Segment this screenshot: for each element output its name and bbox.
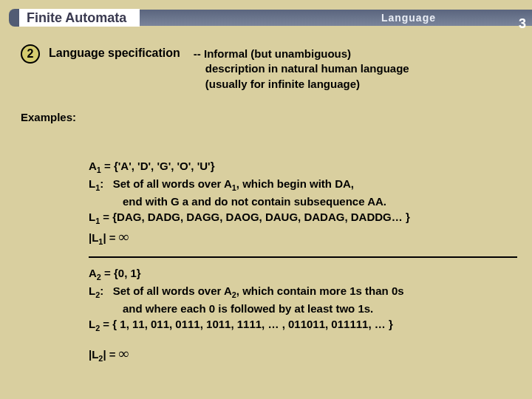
ex2-l2-def-a: L2: Set of all words over A2, which cont… — [89, 283, 517, 301]
ex2-alphabet: A2 = {0, 1} — [89, 265, 517, 283]
ex1-alphabet: A1 = {'A', 'D', 'G', 'O', 'U'} — [89, 158, 517, 176]
header-bar: Finite Automata Language 3 — [9, 9, 532, 27]
desc-line-1: -- Informal (but unambiguous) — [194, 47, 351, 60]
section-label-text: Language specification — [49, 44, 180, 60]
header-accent — [9, 9, 19, 27]
ex1-l1-def-b: end with G a and do not contain subseque… — [89, 194, 517, 209]
ex1-l1-card: |L1| = ∞ — [89, 227, 517, 248]
divider — [89, 256, 517, 258]
ex1-l1-set: L1 = {DAG, DADG, DAGG, DAOG, DAUG, DADAG… — [89, 209, 517, 227]
examples-heading: Examples: — [21, 111, 76, 123]
section-number-badge: 2 — [21, 44, 40, 64]
page-number: 3 — [519, 16, 526, 32]
slide-title: Finite Automata — [19, 9, 140, 27]
desc-line-3: (usually for infinite language) — [194, 78, 360, 90]
infinity-symbol: ∞ — [119, 346, 129, 361]
ex2-l2-set: L2 = { 1, 11, 011, 0111, 1011, 1111, … ,… — [89, 316, 517, 334]
ex2-l2-def-b: and where each 0 is followed by at least… — [89, 301, 517, 316]
ex2-l2-card: |L2| = ∞ — [89, 344, 517, 364]
ex1-l1-def-a: L1: Set of all words over A1, which begi… — [89, 176, 517, 194]
infinity-symbol: ∞ — [119, 229, 129, 245]
desc-line-2: description in natural human language — [194, 62, 409, 75]
content-area: 2 Language specification -- Informal (bu… — [21, 44, 517, 364]
header-strip: Language — [140, 10, 532, 26]
section-header-row: 2 Language specification -- Informal (bu… — [21, 44, 517, 92]
section-label: Language — [381, 12, 436, 24]
section-description: -- Informal (but unambiguous) descriptio… — [194, 44, 409, 92]
examples-block: A1 = {'A', 'D', 'G', 'O', 'U'} L1: Set o… — [89, 158, 517, 364]
